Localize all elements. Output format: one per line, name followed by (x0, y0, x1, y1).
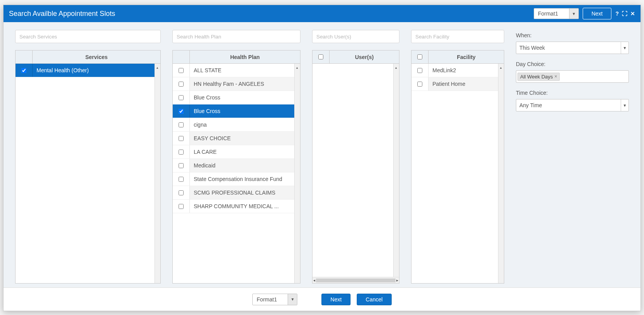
row-label: Patient Home (429, 77, 504, 90)
row-checkbox[interactable] (21, 68, 26, 73)
row-checkbox[interactable] (179, 177, 184, 182)
search-health-plan-input[interactable] (172, 30, 300, 43)
row-checkbox-cell[interactable] (411, 64, 429, 77)
close-icon[interactable]: ✕ (630, 10, 635, 17)
facility-header-checkbox-cell[interactable] (411, 50, 429, 63)
row-checkbox-cell[interactable] (16, 64, 33, 77)
row-checkbox-cell[interactable] (173, 200, 190, 213)
services-grid: Services Mental Health (Other)▴ (15, 50, 161, 284)
row-checkbox[interactable] (417, 82, 422, 87)
row-checkbox[interactable] (179, 190, 184, 195)
health-row[interactable]: Medicaid (173, 159, 300, 172)
row-label: cigna (190, 118, 300, 131)
health-row[interactable]: SHARP COMMUNITY MEDICAL ... (173, 200, 300, 213)
format-select-bottom-value: Format1 (253, 296, 288, 303)
row-checkbox[interactable] (179, 68, 184, 73)
row-checkbox[interactable] (179, 150, 184, 155)
scrollbar-vertical[interactable]: ▴ (154, 64, 160, 283)
appointment-search-dialog: Search Availble Appointment Slots Format… (3, 5, 641, 311)
row-checkbox-cell[interactable] (173, 159, 190, 172)
row-checkbox-cell[interactable] (173, 145, 190, 158)
row-checkbox[interactable] (179, 122, 184, 127)
day-choice-field[interactable]: All Week Days × (516, 70, 629, 83)
dialog-body: Services Mental Health (Other)▴ Health P… (3, 22, 641, 287)
health-plan-grid-body[interactable]: ALL STATEHN Healthy Fam - ANGELESBlue Cr… (173, 64, 300, 283)
services-grid-body[interactable]: Mental Health (Other)▴ (16, 64, 160, 283)
health-row[interactable]: Blue Cross (173, 104, 300, 118)
health-plan-header-label: Health Plan (190, 50, 300, 63)
row-checkbox[interactable] (179, 82, 184, 87)
dialog-titlebar: Search Availble Appointment Slots Format… (3, 5, 641, 22)
day-choice-tag[interactable]: All Week Days × (517, 73, 560, 81)
row-checkbox-cell[interactable] (173, 91, 190, 104)
next-button-top[interactable]: Next (583, 8, 612, 19)
facility-grid: Facility MedLink2Patient Home▴ (411, 50, 504, 284)
tag-remove-icon[interactable]: × (554, 74, 557, 79)
row-checkbox-cell[interactable] (173, 104, 190, 118)
row-checkbox-cell[interactable] (173, 132, 190, 145)
scrollbar-vertical[interactable]: ▴ (393, 64, 399, 277)
row-label: HN Healthy Fam - ANGELES (190, 77, 300, 90)
when-select[interactable]: This Week ▼ (516, 42, 629, 54)
row-label: SCMG PROFESSIONAL CLAIMS (190, 186, 300, 199)
cancel-button[interactable]: Cancel (357, 294, 392, 305)
search-facility-input[interactable] (411, 30, 504, 43)
facility-grid-header: Facility (411, 50, 504, 64)
row-checkbox-cell[interactable] (173, 64, 190, 77)
health-row[interactable]: cigna (173, 118, 300, 132)
services-row[interactable]: Mental Health (Other) (16, 64, 160, 77)
facility-grid-body[interactable]: MedLink2Patient Home▴ (411, 64, 504, 283)
health-row[interactable]: ALL STATE (173, 64, 300, 77)
health-row[interactable]: LA CARE (173, 145, 300, 159)
scrollbar-vertical[interactable]: ▴ (294, 64, 300, 283)
day-choice-label: Day Choice: (516, 61, 629, 67)
users-grid-header: User(s) (312, 50, 399, 64)
health-row[interactable]: SCMG PROFESSIONAL CLAIMS (173, 186, 300, 200)
services-header-label: Services (33, 50, 160, 63)
row-checkbox-cell[interactable] (411, 77, 429, 90)
facility-row[interactable]: Patient Home (411, 77, 504, 91)
users-column: User(s) ▴ ◂ ▸ (312, 30, 399, 284)
row-label: State Compensation Insurance Fund (190, 172, 300, 186)
row-checkbox[interactable] (179, 204, 184, 209)
dialog-title: Search Availble Appointment Slots (9, 10, 529, 18)
health-row[interactable]: State Compensation Insurance Fund (173, 172, 300, 186)
format-select-bottom[interactable]: Format1 ▼ (252, 294, 297, 305)
services-header-checkbox-cell (16, 50, 33, 63)
row-checkbox-cell[interactable] (173, 172, 190, 186)
row-checkbox-cell[interactable] (173, 186, 190, 199)
users-header-checkbox-cell[interactable] (312, 50, 330, 63)
facility-column: Facility MedLink2Patient Home▴ (411, 30, 504, 284)
facility-row[interactable]: MedLink2 (411, 64, 504, 77)
health-row[interactable]: EASY CHOICE (173, 132, 300, 145)
maximize-icon[interactable]: ⛶ (622, 10, 627, 17)
row-checkbox[interactable] (417, 68, 422, 73)
next-button[interactable]: Next (321, 294, 351, 305)
row-checkbox-cell[interactable] (173, 118, 190, 131)
scroll-up-icon: ▴ (154, 64, 160, 71)
row-checkbox[interactable] (179, 136, 184, 141)
titlebar-icons: ? ⛶ ✕ (615, 10, 635, 17)
row-checkbox[interactable] (179, 163, 184, 168)
health-row[interactable]: Blue Cross (173, 91, 300, 104)
row-label: LA CARE (190, 145, 300, 158)
search-services-input[interactable] (15, 30, 161, 43)
row-checkbox-cell[interactable] (173, 77, 190, 90)
row-checkbox[interactable] (179, 109, 184, 114)
users-horizontal-scrollbar[interactable]: ◂ ▸ (312, 277, 399, 283)
help-icon[interactable]: ? (615, 10, 619, 17)
health-row[interactable]: HN Healthy Fam - ANGELES (173, 77, 300, 91)
format-select-top[interactable]: Format1 ▼ (534, 8, 579, 19)
scrollbar-vertical[interactable]: ▴ (498, 64, 504, 283)
time-choice-select[interactable]: Any Time ▼ (516, 99, 629, 111)
search-users-input[interactable] (312, 30, 399, 43)
row-label: Blue Cross (190, 104, 300, 118)
chevron-down-icon: ▼ (621, 42, 628, 54)
health-plan-header-checkbox-cell (173, 50, 190, 63)
row-checkbox[interactable] (179, 95, 184, 100)
row-label: SHARP COMMUNITY MEDICAL ... (190, 200, 300, 213)
facility-header-label: Facility (429, 50, 504, 63)
row-label: Blue Cross (190, 91, 300, 104)
users-grid-body[interactable]: ▴ (312, 64, 399, 277)
health-plan-grid: Health Plan ALL STATEHN Healthy Fam - AN… (172, 50, 300, 284)
